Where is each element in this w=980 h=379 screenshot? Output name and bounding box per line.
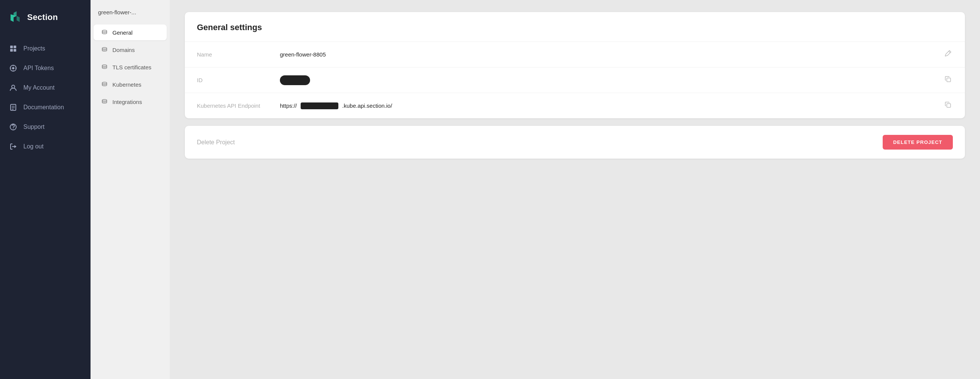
domains-nav-icon [101, 46, 108, 53]
delete-project-card: Delete Project DELETE PROJECT [185, 126, 965, 159]
delete-project-label: Delete Project [197, 139, 883, 146]
delete-project-section: Delete Project DELETE PROJECT [185, 126, 965, 159]
svg-line-27 [949, 51, 950, 53]
logo-text: Section [27, 13, 58, 22]
sidebar-item-projects[interactable]: Projects [0, 39, 91, 58]
k8s-endpoint-label: Kubernetes API Endpoint [197, 103, 280, 109]
svg-point-25 [102, 82, 107, 84]
secondary-nav-integrations[interactable]: Integrations [94, 94, 167, 109]
sidebar-item-api-tokens[interactable]: API Tokens [0, 59, 91, 78]
svg-rect-4 [10, 46, 13, 48]
svg-rect-5 [14, 46, 16, 48]
integrations-nav-icon [101, 98, 108, 105]
id-label: ID [197, 77, 280, 83]
copy-id-button[interactable] [943, 74, 953, 86]
svg-point-20 [13, 128, 14, 129]
log-out-icon [9, 143, 18, 151]
secondary-nav-general[interactable]: General [94, 24, 167, 40]
id-row: ID [185, 67, 965, 93]
name-label: Name [197, 51, 280, 58]
svg-point-9 [12, 67, 14, 69]
main-area: green-flower-... General Domains TLS cer… [91, 0, 980, 379]
sidebar-item-api-tokens-label: API Tokens [23, 65, 54, 71]
tls-nav-icon [101, 63, 108, 70]
svg-point-22 [102, 30, 107, 32]
secondary-nav-domains[interactable]: Domains [94, 42, 167, 58]
section-logo-icon [9, 11, 22, 24]
general-settings-card: General settings Name green-flower-8805 … [185, 12, 965, 118]
secondary-sidebar: green-flower-... General Domains TLS cer… [91, 0, 170, 379]
svg-point-14 [12, 85, 15, 88]
sidebar-item-documentation-label: Documentation [23, 104, 64, 111]
projects-icon [9, 44, 18, 53]
name-row: Name green-flower-8805 [185, 41, 965, 67]
secondary-nav-tls-label: TLS certificates [112, 64, 151, 70]
sidebar-item-support[interactable]: Support [0, 117, 91, 136]
delete-project-button[interactable]: DELETE PROJECT [883, 135, 953, 149]
logo: Section [0, 0, 91, 35]
general-settings-title: General settings [185, 12, 965, 41]
general-nav-icon [101, 29, 108, 36]
svg-rect-7 [14, 49, 16, 52]
sidebar-item-documentation[interactable]: Documentation [0, 98, 91, 117]
sidebar-item-log-out[interactable]: Log out [0, 137, 91, 156]
support-icon [9, 123, 18, 131]
secondary-nav-kubernetes-label: Kubernetes [112, 81, 142, 88]
api-tokens-icon [9, 64, 18, 72]
svg-rect-6 [10, 49, 13, 52]
svg-point-23 [102, 48, 107, 49]
secondary-nav-general-label: General [112, 29, 132, 36]
documentation-icon [9, 103, 18, 111]
sidebar-nav: Projects API Tokens My Account Documenta… [0, 35, 91, 379]
secondary-nav-kubernetes[interactable]: Kubernetes [94, 76, 167, 92]
svg-rect-29 [947, 104, 951, 107]
svg-marker-2 [14, 11, 17, 17]
copy-k8s-endpoint-button[interactable] [943, 100, 953, 111]
breadcrumb: green-flower-... [91, 9, 170, 23]
name-value: green-flower-8805 [280, 51, 943, 58]
svg-rect-28 [947, 78, 951, 82]
sidebar-item-my-account-label: My Account [23, 84, 55, 91]
edit-name-button[interactable] [943, 49, 953, 60]
k8s-endpoint-redacted [301, 103, 338, 109]
svg-point-26 [102, 100, 107, 101]
sidebar: Section Projects API Tokens My Account D… [0, 0, 91, 379]
id-redacted [280, 75, 310, 85]
content-area: General settings Name green-flower-8805 … [170, 0, 980, 379]
kubernetes-nav-icon [101, 81, 108, 88]
sidebar-item-my-account[interactable]: My Account [0, 78, 91, 97]
k8s-endpoint-row: Kubernetes API Endpoint https://.kube.ap… [185, 93, 965, 118]
sidebar-item-support-label: Support [23, 124, 45, 130]
svg-point-24 [102, 65, 107, 66]
id-value [280, 75, 943, 85]
sidebar-item-projects-label: Projects [23, 45, 45, 52]
k8s-endpoint-value: https://.kube.api.section.io/ [280, 103, 943, 109]
svg-marker-3 [17, 16, 20, 22]
my-account-icon [9, 84, 18, 92]
secondary-nav-tls[interactable]: TLS certificates [94, 59, 167, 75]
secondary-nav-domains-label: Domains [112, 47, 135, 53]
sidebar-item-log-out-label: Log out [23, 143, 43, 150]
secondary-nav-integrations-label: Integrations [112, 99, 142, 105]
